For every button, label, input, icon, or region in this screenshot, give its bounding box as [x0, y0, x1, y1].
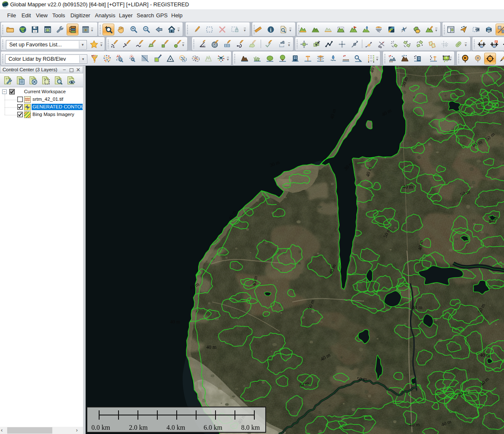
svg-text:40 m: 40 m: [170, 319, 181, 325]
svg-text:40 m: 40 m: [403, 184, 413, 190]
svg-text:40 m: 40 m: [206, 344, 217, 350]
svg-text:2.0 km: 2.0 km: [129, 424, 148, 431]
svg-text:Q: Q: [119, 58, 122, 62]
svg-text:50 m: 50 m: [357, 376, 367, 382]
svg-text:8.0 km: 8.0 km: [241, 424, 260, 431]
svg-text:6.0 km: 6.0 km: [204, 424, 223, 431]
svg-text:40 m: 40 m: [412, 305, 423, 310]
svg-text:3D: 3D: [487, 30, 491, 32]
svg-text:40 m: 40 m: [480, 352, 491, 358]
svg-text:−: −: [145, 27, 147, 31]
svg-text:0.0 km: 0.0 km: [92, 424, 111, 431]
svg-text:40 m: 40 m: [409, 421, 420, 428]
svg-text:x°: x°: [202, 44, 205, 47]
svg-text:+: +: [132, 27, 134, 31]
svg-text:ID: ID: [495, 40, 497, 43]
svg-text:Q: Q: [132, 58, 134, 61]
svg-text:4.0 km: 4.0 km: [167, 424, 186, 431]
